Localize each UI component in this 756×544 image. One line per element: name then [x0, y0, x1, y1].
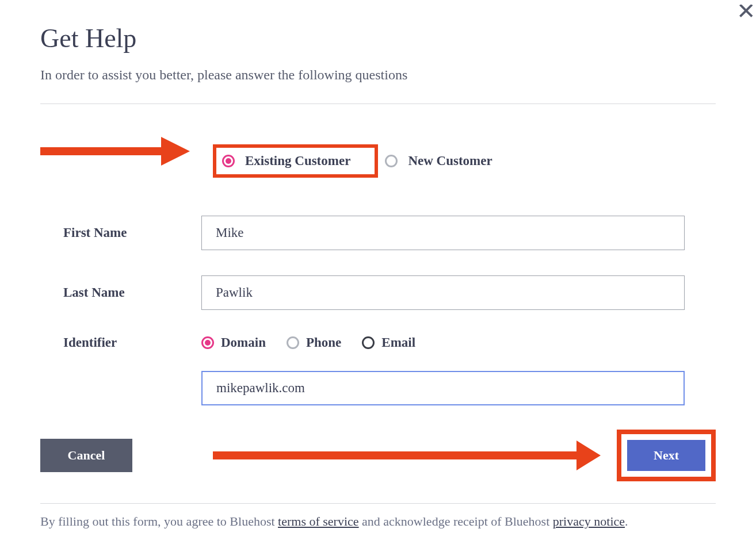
annotation-arrow-icon: [213, 440, 601, 470]
svg-marker-1: [161, 137, 190, 166]
first-name-row: First Name: [63, 216, 716, 250]
identifier-value-row: [63, 371, 716, 405]
identifier-domain-radio[interactable]: Domain: [201, 335, 266, 350]
identifier-email-radio[interactable]: Email: [362, 335, 415, 350]
radio-selected-icon: [201, 336, 214, 349]
disclaimer-middle: and acknowledge receipt of Bluehost: [359, 514, 553, 528]
svg-rect-0: [40, 147, 161, 155]
next-button-highlight: Next: [617, 430, 716, 481]
button-row: Cancel Next: [40, 430, 716, 481]
identifier-domain-label: Domain: [221, 335, 266, 350]
terms-link[interactable]: terms of service: [278, 514, 359, 528]
existing-customer-radio[interactable]: Existing Customer: [222, 154, 350, 168]
get-help-modal: ✕ Get Help In order to assist you better…: [0, 0, 756, 544]
identifier-label: Identifier: [63, 335, 201, 350]
cancel-button[interactable]: Cancel: [40, 439, 132, 472]
privacy-link[interactable]: privacy notice: [553, 514, 625, 528]
identifier-phone-radio[interactable]: Phone: [287, 335, 341, 350]
page-subtitle: In order to assist you better, please an…: [40, 67, 716, 83]
annotation-arrow-icon: [40, 137, 190, 166]
customer-type-row: Existing Customer New Customer: [63, 144, 716, 178]
page-title: Get Help: [40, 23, 716, 53]
existing-customer-highlight: Existing Customer: [213, 144, 378, 178]
divider: [40, 104, 716, 104]
radio-selected-icon: [222, 155, 235, 167]
last-name-input[interactable]: [201, 275, 685, 310]
first-name-input[interactable]: [201, 216, 685, 250]
radio-unselected-icon: [362, 336, 375, 349]
last-name-label: Last Name: [63, 285, 201, 300]
identifier-row: Identifier Domain Phone Email: [63, 335, 716, 350]
new-customer-radio[interactable]: New Customer: [385, 154, 492, 168]
radio-unselected-icon: [385, 155, 398, 167]
existing-customer-label: Existing Customer: [245, 154, 350, 168]
disclaimer-text: By filling out this form, you agree to B…: [40, 514, 716, 529]
new-customer-label: New Customer: [408, 154, 492, 168]
radio-unselected-icon: [287, 336, 299, 349]
next-button[interactable]: Next: [626, 439, 707, 472]
close-icon[interactable]: ✕: [736, 5, 756, 18]
identifier-input[interactable]: [201, 371, 685, 405]
first-name-label: First Name: [63, 225, 201, 240]
identifier-email-label: Email: [381, 335, 415, 350]
disclaimer-suffix: .: [625, 514, 628, 528]
identifier-phone-label: Phone: [306, 335, 341, 350]
disclaimer-prefix: By filling out this form, you agree to B…: [40, 514, 278, 528]
last-name-row: Last Name: [63, 275, 716, 310]
divider: [40, 503, 716, 504]
